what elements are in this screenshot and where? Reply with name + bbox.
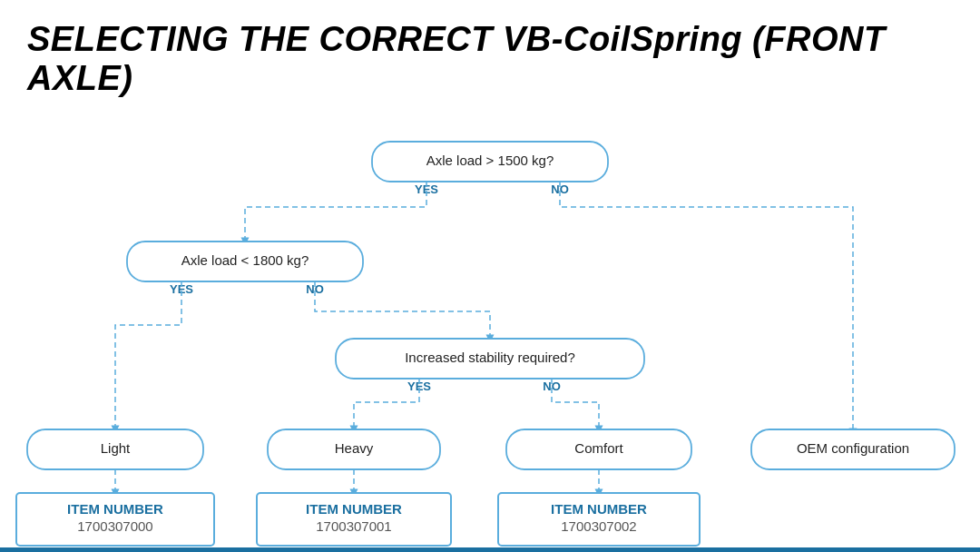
- comfort-label: Comfort: [574, 440, 623, 456]
- item0-value: 1700307000: [77, 518, 152, 534]
- item1-value: 1700307001: [316, 518, 391, 534]
- heavy-label: Heavy: [335, 440, 374, 456]
- item0-label: ITEM NUMBER: [67, 501, 163, 517]
- q2-label: Axle load < 1800 kg?: [181, 252, 309, 268]
- q1-label: Axle load > 1500 kg?: [426, 153, 554, 168]
- item2-value: 1700307002: [561, 518, 636, 534]
- light-label: Light: [101, 440, 131, 456]
- bottom-border: [0, 547, 980, 552]
- diagram-area: Axle load > 1500 kg? YES NO Axle load < …: [0, 107, 980, 552]
- item1-label: ITEM NUMBER: [306, 501, 402, 517]
- oem-label: OEM configuration: [797, 440, 909, 456]
- page: SELECTING THE CORRECT VB-CoilSpring (FRO…: [0, 0, 980, 552]
- page-title: SELECTING THE CORRECT VB-CoilSpring (FRO…: [0, 0, 980, 107]
- item2-label: ITEM NUMBER: [551, 501, 647, 517]
- q3-label: Increased stability required?: [405, 350, 575, 365]
